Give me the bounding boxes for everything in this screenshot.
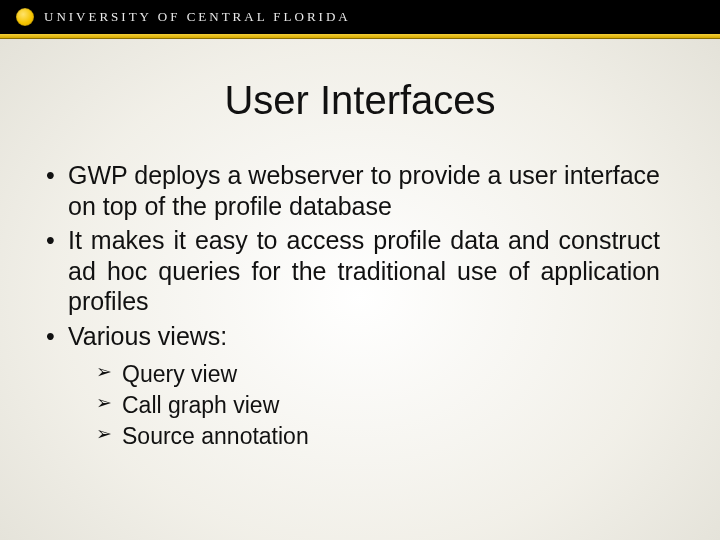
ucf-logo-icon — [16, 8, 34, 26]
sub-bullet-item: Call graph view — [96, 390, 660, 421]
slide-title: User Interfaces — [0, 78, 720, 123]
header-bar: UNIVERSITY OF CENTRAL FLORIDA — [0, 0, 720, 34]
bullet-item: Various views: — [40, 321, 660, 352]
wordmark: UNIVERSITY OF CENTRAL FLORIDA — [44, 9, 351, 25]
bullet-list: GWP deploys a webserver to provide a use… — [40, 160, 660, 351]
sub-bullet-list: Query view Call graph view Source annota… — [40, 359, 660, 452]
sub-bullet-item: Source annotation — [96, 421, 660, 452]
sub-bullet-item: Query view — [96, 359, 660, 390]
bullet-item: It makes it easy to access profile data … — [40, 225, 660, 317]
slide-content: GWP deploys a webserver to provide a use… — [40, 160, 660, 452]
slide: UNIVERSITY OF CENTRAL FLORIDA User Inter… — [0, 0, 720, 540]
bullet-item: GWP deploys a webserver to provide a use… — [40, 160, 660, 221]
gold-rule — [0, 34, 720, 39]
